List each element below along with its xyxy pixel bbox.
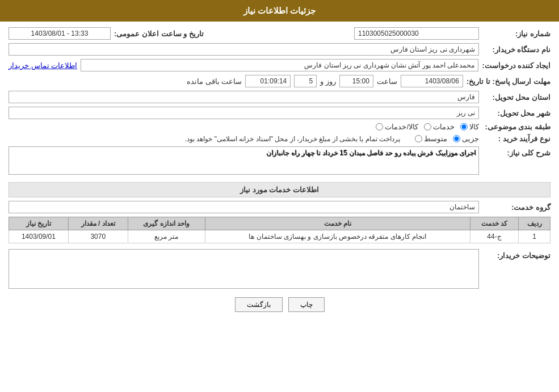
back-button[interactable]: بازگشت: [235, 297, 283, 312]
baghimande-label: ساعت باقی مانده: [187, 77, 242, 86]
radio-mottavsat[interactable]: [415, 135, 422, 142]
tabaqe-radio-group: کالا/خدمات خدمات کالا: [376, 123, 479, 131]
page-wrapper: جزئیات اطلاعات نیاز شماره نیاز: 11030050…: [0, 0, 559, 392]
radio-kala-item: کالا: [460, 123, 479, 131]
radio-kala-label: کالا: [469, 123, 479, 131]
buttons-row: چاپ بازگشت: [9, 297, 550, 312]
radio-kala-khadamat-item: کالا/خدمات: [376, 123, 418, 131]
cell-kod: ج-44: [470, 230, 518, 243]
khadamat-section-title: اطلاعات خدمات مورد نیاز: [9, 182, 550, 197]
radio-mottavsat-label: متوسط: [424, 134, 447, 143]
tarikho-saat-label: تاریخ و ساعت اعلان عمومی:: [114, 29, 204, 38]
radio-khadamat-label: خدمات: [433, 123, 455, 131]
radio-kala[interactable]: [460, 123, 468, 130]
ostan-row: استان محل تحویل: فارس: [9, 91, 550, 103]
tabaqe-row: طبقه بندی موضوعی: کالا/خدمات خدمات کالا: [9, 123, 550, 131]
col-radif: ردیف: [519, 217, 550, 230]
radio-kala-khadamat-label: کالا/خدمات: [385, 123, 418, 131]
radio-khadamat[interactable]: [424, 123, 431, 130]
mohlat-row: مهلت ارسال پاسخ: تا تاریخ: 1403/08/06 سا…: [9, 75, 550, 87]
tabaqe-label: طبقه بندی موضوعی:: [482, 123, 550, 131]
shomare-niaz-row: شماره نیاز: 1103005025000030 تاریخ و ساع…: [9, 27, 550, 40]
cell-radif: 1: [519, 230, 550, 243]
shahr-label: شهر محل تحویل:: [482, 109, 550, 117]
shahr-value: نی ریز: [9, 107, 479, 119]
radio-kala-khadamat[interactable]: [376, 123, 383, 130]
tozihat-label: توضیحات خریدار:: [482, 249, 550, 260]
nove-farayand-row: نوع فرآیند خرید : متوسط جزیی پرداخت تمام…: [9, 134, 550, 143]
services-table: ردیف کد خدمت نام خدمت واحد اندازه گیری ت…: [9, 217, 550, 243]
ostan-value: فارس: [9, 91, 479, 103]
sharh-kolli-label: شرح کلی نیاز:: [482, 146, 550, 157]
date-value: 1403/08/06: [401, 75, 463, 87]
ostan-label: استان محل تحویل:: [482, 93, 550, 102]
ejad-konande-value: محمدعلی احمد پور آتش نشان شهرداری نی ریز…: [81, 59, 478, 71]
table-row: 1 ج-44 انجام کارهای متفرقه درخصوص بازساز…: [9, 230, 550, 243]
baghimande-value: 01:09:14: [245, 75, 291, 87]
etelaat-tamas-link[interactable]: اطلاعات تماس خریدار: [9, 61, 77, 70]
rooz-value: 5: [294, 75, 317, 87]
ejad-konande-row: ایجاد کننده درخواست: محمدعلی احمد پور آت…: [9, 59, 550, 71]
tozihat-textarea[interactable]: [9, 249, 479, 289]
col-nam-khadamat: نام خدمت: [205, 217, 470, 230]
radio-jozyi-item: جزیی: [453, 134, 479, 143]
cell-nam-khadamat: انجام کارهای متفرقه درخصوص بازسازی و بهس…: [205, 230, 470, 243]
print-button[interactable]: چاپ: [288, 297, 325, 312]
shahr-row: شهر محل تحویل: نی ریز: [9, 107, 550, 119]
cell-tarikh: 1403/09/01: [9, 230, 69, 243]
page-title: جزئیات اطلاعات نیاز: [243, 6, 316, 15]
nam-dastgah-label: نام دستگاه خریدار:: [482, 45, 550, 54]
nove-farayand-radio-group: متوسط جزیی: [415, 134, 479, 143]
rooz-label: روز و: [320, 77, 336, 86]
shomare-niaz-label: شماره نیاز:: [482, 29, 550, 38]
nam-dastgah-value: شهرداری نی ریز استان فارس: [9, 43, 479, 56]
notice-text: پرداخت تمام یا بخشی از مبلغ خریدار، از م…: [185, 135, 400, 143]
radio-khadamat-item: خدمات: [424, 123, 455, 131]
col-tarikh-niaz: تاریخ نیاز: [9, 217, 69, 230]
gerohe-khadamat-row: گروه خدمت: ساختمان: [9, 201, 550, 213]
col-vahed: واحد اندازه گیری: [128, 217, 205, 230]
tarikho-saat-value: 1403/08/01 - 13:33: [9, 27, 111, 40]
col-tedad: تعداد / مقدار: [68, 217, 128, 230]
content-area: شماره نیاز: 1103005025000030 تاریخ و ساع…: [0, 22, 559, 323]
sharh-kolli-row: شرح کلی نیاز: اجرای موزاییک فرش پیاده رو…: [9, 146, 550, 176]
radio-jozyi-label: جزیی: [462, 134, 479, 143]
cell-vahed: متر مربع: [128, 230, 205, 243]
col-kod-khadamat: کد خدمت: [470, 217, 518, 230]
cell-tedad: 3070: [68, 230, 128, 243]
sharh-kolli-textarea[interactable]: [9, 146, 479, 175]
gerohe-khadamat-label: گروه خدمت:: [482, 203, 550, 212]
ejad-konande-label: ایجاد کننده درخواست:: [482, 61, 550, 70]
nove-farayand-label: نوع فرآیند خرید :: [482, 134, 550, 143]
page-header: جزئیات اطلاعات نیاز: [0, 0, 559, 22]
radio-jozyi[interactable]: [453, 135, 460, 142]
tozihat-row: توضیحات خریدار:: [9, 249, 550, 289]
gerohe-khadamat-value: ساختمان: [9, 201, 479, 213]
mohlat-label: مهلت ارسال پاسخ: تا تاریخ:: [466, 77, 550, 86]
radio-mottavsat-item: متوسط: [415, 134, 447, 143]
saat-label: ساعت: [377, 77, 397, 86]
nam-dastgah-row: نام دستگاه خریدار: شهرداری نی ریز استان …: [9, 43, 550, 56]
saat-value: 15:00: [339, 75, 373, 87]
shomare-niaz-value: 1103005025000030: [354, 27, 479, 40]
